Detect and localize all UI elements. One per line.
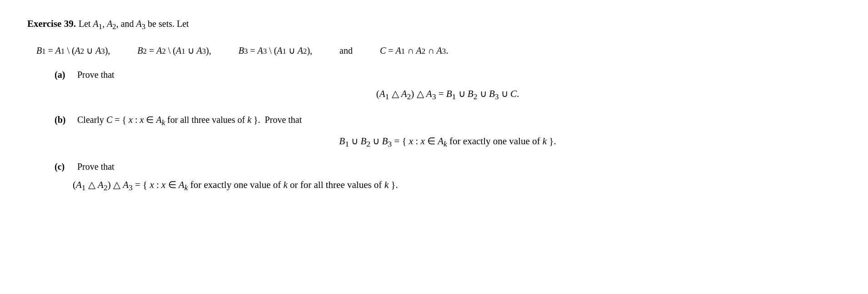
part-a-header: (a) Prove that	[55, 70, 841, 80]
part-b-header: (b) Clearly C = { x : x ∈ Ak for all thr…	[55, 114, 841, 127]
exercise-label: Exercise 39.	[27, 18, 76, 30]
definitions-line: B1 = A1 \ (A2 ∪ A3), B2 = A2 \ (A1 ∪ A3)…	[27, 45, 841, 56]
part-b-text: Clearly C = { x : x ∈ Ak for all three v…	[77, 114, 302, 127]
connector-and: and	[339, 46, 353, 56]
part-a: (a) Prove that (A1 △ A2) △ A3 = B1 ∪ B2 …	[27, 70, 841, 101]
part-b-formula: B1 ∪ B2 ∪ B3 = { x : x ∈ Ak for exactly …	[55, 136, 841, 149]
header-line: Exercise 39. Let A1, A2, and A3 be sets.…	[27, 18, 841, 31]
part-b-label: (b)	[55, 115, 68, 125]
part-c-text: Prove that	[77, 162, 115, 172]
part-b: (b) Clearly C = { x : x ∈ Ak for all thr…	[27, 114, 841, 149]
part-a-formula: (A1 △ A2) △ A3 = B1 ∪ B2 ∪ B3 ∪ C.	[55, 88, 841, 101]
part-a-label: (a)	[55, 70, 68, 80]
exercise-container: Exercise 39. Let A1, A2, and A3 be sets.…	[27, 18, 841, 193]
def-B3: B3 = A3 \ (A1 ∪ A2),	[239, 45, 312, 56]
def-B1: B1 = A1 \ (A2 ∪ A3),	[36, 45, 110, 56]
part-c-header: (c) Prove that	[55, 162, 841, 172]
header-intro: Let A1, A2, and A3 be sets. Let	[79, 19, 189, 31]
part-c: (c) Prove that (A1 △ A2) △ A3 = { x : x …	[27, 162, 841, 193]
def-C: C = A1 ∩ A2 ∩ A3.	[380, 46, 448, 56]
part-c-label: (c)	[55, 162, 68, 172]
def-B2: B2 = A2 \ (A1 ∪ A3),	[137, 45, 211, 56]
part-c-formula: (A1 △ A2) △ A3 = { x : x ∈ Ak for exactl…	[73, 179, 841, 193]
part-a-text: Prove that	[77, 70, 115, 80]
